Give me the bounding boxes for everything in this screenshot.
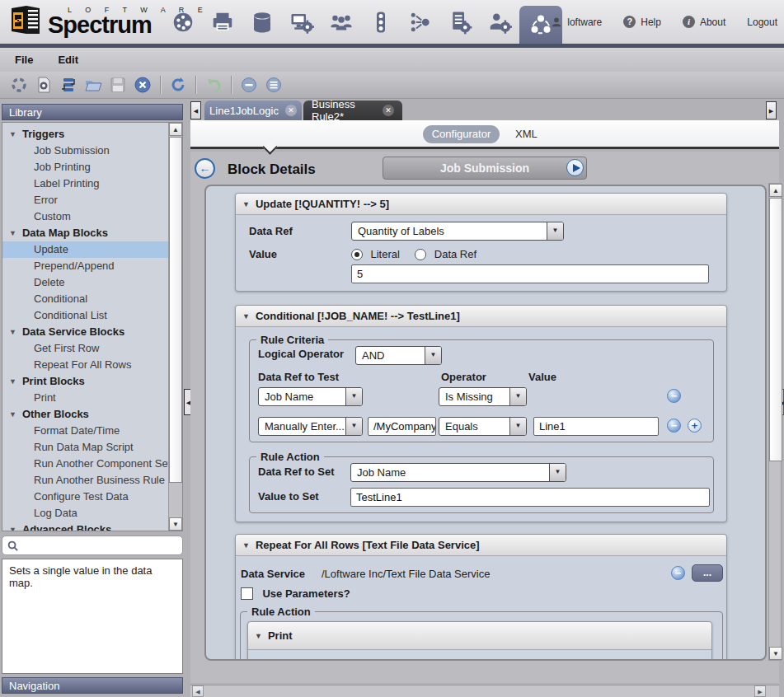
conditional-block-header[interactable]: Conditional [!JOB_NAME! --> TestLine1] bbox=[236, 306, 726, 327]
print-block-header[interactable]: Print bbox=[248, 622, 711, 650]
close-tab-icon[interactable] bbox=[383, 105, 394, 116]
scrollbar-thumb[interactable] bbox=[169, 137, 182, 483]
repeat-block-header[interactable]: Repeat For All Rows [Text File Data Serv… bbox=[236, 535, 726, 556]
remove-criteria-row1-button[interactable] bbox=[667, 389, 681, 403]
chevron-down-icon bbox=[547, 222, 563, 240]
data-ref-label: Data Ref bbox=[249, 225, 293, 237]
tree-item[interactable]: Delete bbox=[2, 274, 169, 291]
data-ref-select[interactable]: Quantity of Labels bbox=[351, 222, 564, 241]
logical-operator-select[interactable]: AND bbox=[355, 346, 442, 365]
refresh-icon[interactable] bbox=[166, 74, 190, 96]
workstation-gear-icon[interactable] bbox=[282, 6, 322, 39]
tree-item[interactable]: Job Printing bbox=[2, 159, 169, 175]
menu-edit[interactable]: Edit bbox=[58, 54, 78, 66]
tab-business-rule2[interactable]: Business Rule2* bbox=[303, 101, 402, 120]
tree-item[interactable]: Job Submission bbox=[2, 143, 169, 159]
traffic-light-icon[interactable] bbox=[361, 6, 401, 39]
close-tab-icon[interactable] bbox=[285, 105, 297, 116]
tree-item[interactable]: Data Service Blocks bbox=[2, 324, 169, 340]
blocks-icon[interactable] bbox=[56, 74, 81, 96]
update-block-header[interactable]: Update [!QUANTITY! --> 5] bbox=[236, 194, 726, 215]
navigation-header[interactable]: Navigation bbox=[2, 677, 183, 694]
next-block-icon[interactable] bbox=[566, 159, 584, 176]
horizontal-scrollbar[interactable]: ◀ ▶ bbox=[190, 685, 779, 697]
help-link[interactable]: Help bbox=[623, 16, 661, 28]
tree-item[interactable]: Prepend/Append bbox=[2, 258, 169, 274]
database-icon[interactable] bbox=[242, 6, 282, 39]
scroll-left-icon[interactable]: ◀ bbox=[192, 685, 204, 697]
tree-item[interactable]: Triggers bbox=[2, 126, 169, 143]
collapse-all-icon[interactable] bbox=[261, 74, 286, 96]
tree-item[interactable]: Error bbox=[2, 192, 169, 208]
tree-item[interactable]: Other Blocks bbox=[2, 406, 169, 423]
browse-data-service-button[interactable]: ... bbox=[692, 564, 723, 582]
criteria-row2-value-input[interactable]: Line1 bbox=[533, 417, 659, 436]
tree-item[interactable]: Data Map Blocks bbox=[2, 225, 169, 241]
tab-line1joblogic[interactable]: Line1JobLogic bbox=[204, 101, 302, 120]
criteria-row1-operator-select[interactable]: Is Missing bbox=[439, 387, 527, 406]
tree-item[interactable]: Advanced Blocks bbox=[2, 522, 169, 531]
use-parameters-checkbox[interactable] bbox=[241, 587, 253, 600]
component-set-icon[interactable] bbox=[7, 74, 31, 96]
tree-item[interactable]: Configure Test Data bbox=[2, 489, 169, 505]
new-rule-document-icon[interactable] bbox=[31, 74, 56, 96]
tab-scroll-right-icon[interactable]: ▶ bbox=[766, 101, 777, 119]
user-gear-icon[interactable] bbox=[480, 6, 519, 39]
xml-toggle[interactable]: XML bbox=[515, 128, 538, 140]
criteria-row2-data-ref-select[interactable]: Manually Enter... bbox=[258, 417, 363, 436]
back-button[interactable]: ← bbox=[195, 158, 215, 179]
tree-item[interactable]: Conditional List bbox=[2, 307, 169, 324]
scroll-down-icon[interactable]: ▼ bbox=[769, 647, 782, 660]
printer-icon[interactable] bbox=[203, 6, 242, 39]
remove-criteria-row2-button[interactable] bbox=[667, 419, 681, 433]
server-gear-icon[interactable] bbox=[440, 6, 480, 39]
user-menu[interactable]: loftware bbox=[551, 16, 602, 28]
library-header[interactable]: Library bbox=[2, 104, 183, 120]
palette-icon[interactable] bbox=[163, 6, 203, 39]
library-search[interactable] bbox=[2, 536, 183, 555]
tree-item[interactable]: Log Data bbox=[2, 505, 169, 522]
scroll-right-icon[interactable]: ▶ bbox=[754, 685, 766, 697]
tree-item[interactable]: Label Printing bbox=[2, 175, 169, 192]
about-link[interactable]: About bbox=[683, 16, 725, 28]
trigger-selector-button[interactable]: Job Submission bbox=[383, 157, 587, 180]
value-data-ref-radio[interactable] bbox=[415, 249, 426, 260]
close-circle-icon[interactable] bbox=[130, 74, 155, 96]
logout-link[interactable]: Logout bbox=[747, 16, 777, 28]
literal-radio[interactable] bbox=[351, 249, 363, 260]
library-scrollbar[interactable]: ▲ ▼ bbox=[168, 123, 182, 531]
menu-file[interactable]: File bbox=[15, 54, 33, 66]
value-input[interactable]: 5 bbox=[351, 264, 709, 283]
open-folder-icon[interactable] bbox=[81, 74, 106, 96]
tab-scroll-left-icon[interactable]: ◀ bbox=[190, 101, 201, 119]
tree-item[interactable]: Run Another Component Set bbox=[2, 456, 169, 472]
configurator-toggle[interactable]: Configurator bbox=[423, 125, 500, 143]
remove-data-service-button[interactable] bbox=[671, 566, 685, 580]
scroll-up-icon[interactable]: ▲ bbox=[769, 184, 782, 197]
tree-item[interactable]: Print bbox=[2, 390, 169, 406]
undo-icon[interactable] bbox=[201, 74, 226, 96]
tree-item[interactable]: Get First Row bbox=[2, 340, 169, 357]
tree-item[interactable]: Run Another Business Rule bbox=[2, 472, 169, 489]
criteria-row1-data-ref-select[interactable]: Job Name bbox=[258, 387, 363, 406]
scroll-down-icon[interactable]: ▼ bbox=[169, 517, 182, 531]
tree-item[interactable]: Update bbox=[2, 241, 169, 258]
tree-item[interactable]: Custom bbox=[2, 208, 169, 225]
criteria-row2-operator-select[interactable]: Equals bbox=[439, 417, 527, 436]
data-flow-icon[interactable] bbox=[401, 6, 440, 39]
tree-item[interactable]: Repeat For All Rows bbox=[2, 357, 169, 373]
save-icon[interactable] bbox=[106, 74, 130, 96]
criteria-row2-path-input[interactable]: /MyCompany/L bbox=[368, 417, 436, 436]
tree-item[interactable]: Format Date/Time bbox=[2, 423, 169, 439]
data-ref-to-set-select[interactable]: Job Name bbox=[350, 463, 566, 482]
users-icon[interactable] bbox=[322, 6, 361, 39]
tree-item[interactable]: Print Blocks bbox=[2, 373, 169, 390]
scroll-up-icon[interactable]: ▲ bbox=[169, 123, 182, 136]
value-to-set-input[interactable]: TestLine1 bbox=[350, 488, 710, 507]
content-scrollbar[interactable]: ▲ ▼ bbox=[768, 183, 782, 661]
collapse-icon[interactable] bbox=[237, 74, 261, 96]
tree-item[interactable]: Run Data Map Script bbox=[2, 439, 169, 456]
scrollbar-thumb[interactable] bbox=[769, 198, 782, 461]
add-criteria-row-button[interactable] bbox=[688, 419, 702, 433]
tree-item[interactable]: Conditional bbox=[2, 291, 169, 307]
